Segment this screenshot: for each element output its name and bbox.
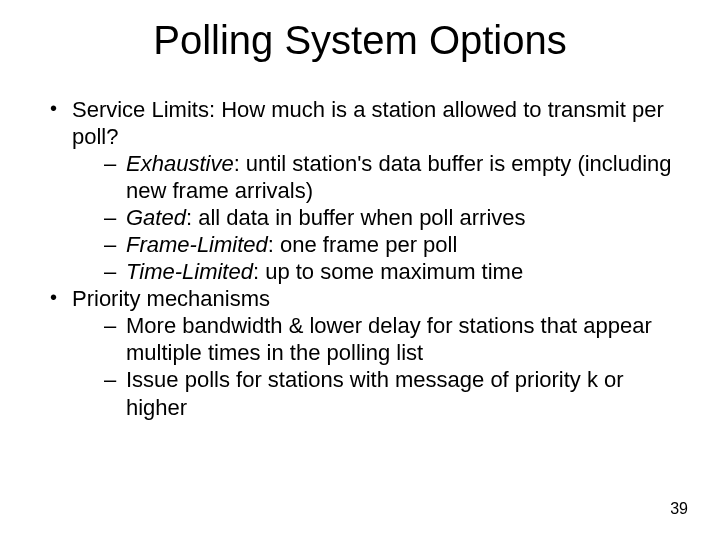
sub-bullet-bandwidth: More bandwidth & lower delay for station… [72,312,684,366]
sub-bullet-priority-k: Issue polls for stations with message of… [72,366,684,420]
rest: : all data in buffer when poll arrives [186,205,526,230]
term: Exhaustive [126,151,234,176]
bullet-text: Service Limits: How much is a station al… [72,97,664,149]
rest: : up to some maximum time [253,259,523,284]
term: Gated [126,205,186,230]
sub-bullet-list: More bandwidth & lower delay for station… [72,312,684,420]
bullet-priority-mechanisms: Priority mechanisms More bandwidth & low… [44,285,684,420]
slide-body: Service Limits: How much is a station al… [44,96,684,421]
slide: Polling System Options Service Limits: H… [0,0,720,540]
slide-title: Polling System Options [0,18,720,63]
rest: : one frame per poll [268,232,458,257]
sub-bullet-gated: Gated: all data in buffer when poll arri… [72,204,684,231]
bullet-list: Service Limits: How much is a station al… [44,96,684,421]
sub-bullet-frame-limited: Frame-Limited: one frame per poll [72,231,684,258]
bullet-text: Priority mechanisms [72,286,270,311]
page-number: 39 [670,500,688,518]
sub-bullet-exhaustive: Exhaustive: until station's data buffer … [72,150,684,204]
term: Frame-Limited [126,232,268,257]
sub-bullet-list: Exhaustive: until station's data buffer … [72,150,684,285]
sub-bullet-time-limited: Time-Limited: up to some maximum time [72,258,684,285]
sub-bullet-text: More bandwidth & lower delay for station… [126,313,652,365]
bullet-service-limits: Service Limits: How much is a station al… [44,96,684,285]
term: Time-Limited [126,259,253,284]
sub-bullet-text: Issue polls for stations with message of… [126,367,624,419]
